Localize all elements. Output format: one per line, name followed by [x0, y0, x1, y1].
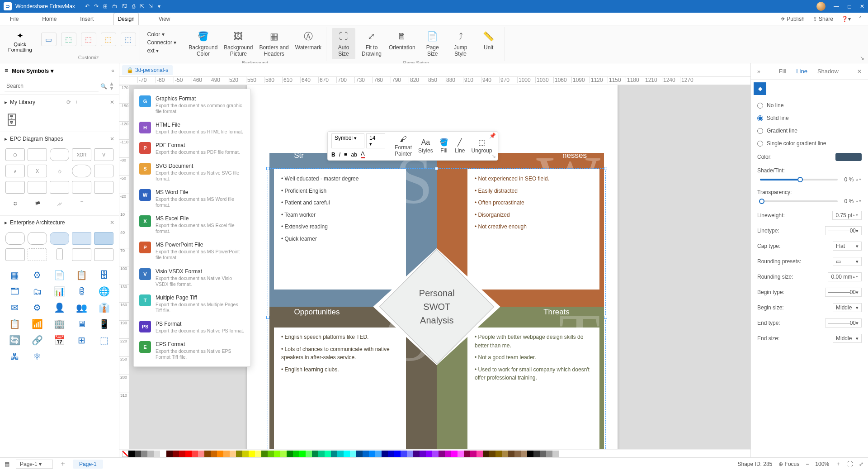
font-size-select[interactable]: 14 ▾ — [366, 133, 385, 148]
shape-rect5[interactable] — [50, 181, 69, 194]
color-swatch[interactable] — [464, 451, 470, 457]
shape-arrow[interactable]: ⮊ — [5, 197, 25, 210]
ent-icon[interactable]: 📋 — [5, 318, 24, 330]
ent-icon[interactable]: ✉ — [5, 302, 24, 313]
line-button[interactable]: ╱Line — [453, 137, 467, 155]
open-icon[interactable]: 🗀 — [112, 3, 118, 9]
ent-icon[interactable]: ⚛ — [28, 351, 46, 362]
transparency-slider[interactable] — [760, 200, 838, 202]
ent-icon[interactable]: 🌐 — [95, 285, 113, 297]
color-swatch[interactable] — [160, 451, 166, 457]
ent-icon[interactable]: 📶 — [28, 318, 46, 330]
lineweight-input[interactable]: 0.75 pt▲▼ — [832, 211, 862, 220]
end-size-select[interactable]: Middle ▾ — [833, 334, 862, 343]
bg-picture-button[interactable]: 🖼Background Picture — [223, 28, 254, 59]
import-icon[interactable]: ⇲ — [149, 3, 153, 9]
ent-icon[interactable]: ⚙ — [28, 302, 46, 313]
radio-single-gradient[interactable]: Single color gradient line — [757, 140, 862, 147]
color-swatch[interactable] — [508, 451, 514, 457]
end-type-select[interactable]: 00 ▾ — [825, 318, 862, 328]
shape-rect7[interactable] — [94, 181, 113, 194]
export-item[interactable]: HHTML FileExport the document as HTML fi… — [134, 118, 250, 138]
menu-insert[interactable]: Insert — [76, 13, 97, 25]
floating-format-toolbar[interactable]: Symbol ▾ 14 ▾ B I ≡ ab A 🖌Format Painter… — [327, 131, 498, 161]
shape-arc[interactable]: ⌒ — [72, 197, 91, 210]
ent-icon[interactable]: 👥 — [72, 302, 91, 313]
color-swatch[interactable] — [470, 451, 476, 457]
font-select[interactable]: Symbol ▾ — [331, 133, 364, 148]
shape-rounded[interactable] — [50, 148, 69, 161]
zoom-out-button[interactable]: − — [806, 461, 809, 467]
color-swatch[interactable] — [388, 451, 394, 457]
linetype-select[interactable]: 00 ▾ — [825, 226, 862, 235]
export-item[interactable]: SSVG DocumentExport the document as Nati… — [134, 159, 250, 185]
fit-page-icon[interactable]: ⛶ — [847, 461, 853, 467]
color-swatch[interactable] — [432, 451, 439, 457]
orientation-button[interactable]: 🗎Orientation — [388, 28, 416, 52]
fullscreen-icon[interactable]: ⤢ — [859, 461, 863, 467]
ent-shape[interactable] — [94, 232, 113, 245]
shape-rect3[interactable] — [5, 181, 25, 194]
export-item[interactable]: WMS Word FileExport the document as MS W… — [134, 185, 250, 212]
color-swatch[interactable] — [540, 451, 546, 457]
shape-v[interactable]: V — [94, 148, 113, 161]
export-item[interactable]: PMS PowerPoint FileExport the document a… — [134, 238, 250, 264]
captype-select[interactable]: Flat ▾ — [833, 242, 862, 251]
rounding-size-input[interactable]: 0.00 mm▲▼ — [828, 272, 862, 281]
ent-shape[interactable] — [72, 232, 91, 245]
color-swatch[interactable] — [476, 451, 483, 457]
epc-section[interactable]: EPC Diagram Shapes — [10, 136, 63, 142]
ent-shape[interactable] — [28, 248, 47, 261]
theme-preset-2[interactable]: ⬚ — [61, 33, 76, 46]
color-swatch[interactable] — [495, 451, 502, 457]
color-swatch[interactable] — [230, 451, 236, 457]
align-button[interactable]: ≡ — [344, 151, 348, 158]
color-swatch[interactable] — [141, 451, 147, 457]
color-swatch[interactable] — [533, 451, 540, 457]
pages-icon[interactable]: ▤ — [5, 461, 9, 467]
focus-button[interactable]: ⊕ Focus — [778, 461, 799, 467]
shape-rect6[interactable] — [72, 181, 91, 194]
color-swatch[interactable] — [363, 451, 369, 457]
fill-button[interactable]: 🪣Fill — [438, 137, 450, 155]
shape-diamond[interactable]: ◇ — [50, 165, 69, 177]
ent-icon[interactable]: 🗄 — [95, 269, 113, 281]
pin-toolbar-icon[interactable]: 📌 — [489, 133, 496, 139]
export-item[interactable]: EEPS FormatExport the document as Native… — [134, 337, 250, 364]
color-swatch[interactable] — [154, 451, 160, 457]
ent-icon[interactable]: 👔 — [95, 302, 113, 313]
color-swatch[interactable] — [413, 451, 420, 457]
color-swatch[interactable] — [835, 153, 862, 161]
ent-icon[interactable]: ⚙ — [28, 269, 46, 281]
theme-preset-5[interactable]: ⬚ — [121, 33, 136, 46]
shape-hexagon[interactable]: ⬡ — [5, 148, 25, 161]
begin-size-select[interactable]: Middle ▾ — [833, 303, 862, 312]
bold-button[interactable]: B — [331, 151, 335, 158]
database-shape-icon[interactable]: 🗄 — [5, 113, 113, 128]
export-item[interactable]: GGraphics FormatExport the document as c… — [134, 92, 250, 118]
ext-dropdown[interactable]: ext ▾ — [146, 47, 179, 54]
add-icon[interactable]: ＋ — [74, 98, 79, 106]
color-swatch[interactable] — [135, 451, 141, 457]
color-swatch[interactable] — [407, 451, 413, 457]
shape-properties-icon[interactable]: ◆ — [754, 82, 766, 95]
expand-toolbar-icon[interactable]: ↘ — [491, 153, 496, 159]
menu-file[interactable]: File — [6, 13, 22, 25]
more-symbols-button[interactable]: More Symbols ▾ — [12, 67, 108, 74]
publish-button[interactable]: ✈ Publish — [781, 16, 805, 22]
color-swatch[interactable] — [527, 451, 533, 457]
strike-button[interactable]: ab — [351, 151, 357, 158]
color-swatch[interactable] — [451, 451, 458, 457]
expand-panel-icon[interactable]: » — [757, 68, 760, 75]
add-page-button[interactable]: ＋ — [59, 459, 66, 469]
color-swatch[interactable] — [211, 451, 217, 457]
color-swatch[interactable] — [268, 451, 274, 457]
color-swatch[interactable] — [147, 451, 154, 457]
search-input[interactable] — [5, 81, 99, 91]
quick-formatting-icon[interactable]: ✦ — [17, 31, 24, 41]
color-swatch[interactable] — [331, 451, 337, 457]
collapse-ribbon-icon[interactable]: ˄ — [859, 16, 862, 22]
page-select[interactable]: Page-1 ▾ — [16, 460, 53, 469]
ent-icon[interactable]: 🗔 — [5, 285, 24, 297]
ent-icon[interactable]: 🖥 — [72, 318, 91, 330]
